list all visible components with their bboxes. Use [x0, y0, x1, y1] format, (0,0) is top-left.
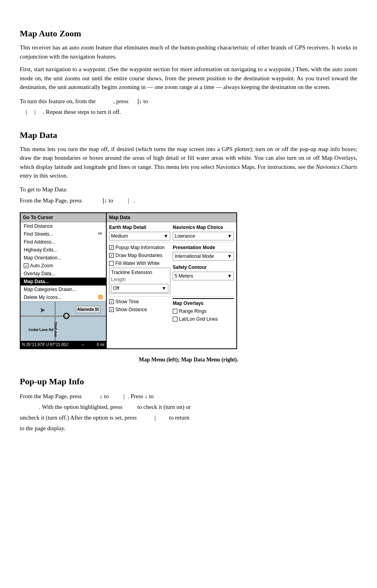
map-auto-zoom-title: Map Auto Zoom — [20, 27, 357, 40]
trackline-select[interactable]: Off ▼ — [111, 284, 168, 293]
trackline-box: Trackline Extension Length Off ▼ — [109, 268, 170, 294]
safety-contour-label: Safety Contour — [173, 264, 234, 271]
map-data-title: Map Data — [20, 129, 357, 142]
map-arrow: ↔ — [81, 342, 85, 348]
map-data-para1: This menu lets you turn the map off, if … — [20, 145, 357, 180]
auto-zoom-checkbox[interactable]: ✓ — [24, 263, 28, 268]
row-checkboxes-presentation: ✓ Popup Map Information ✓ Draw Map Bound… — [109, 244, 234, 295]
divider-1 — [109, 242, 234, 242]
menu-item-overlay-data[interactable]: Overlay Data... — [21, 270, 106, 278]
trackline-value: Off — [113, 285, 119, 292]
navionics-label: Navionics Map Choice — [173, 224, 234, 231]
row-earth-navionics: Earth Map Detail Medium ▼ Navionics Map … — [109, 224, 234, 240]
show-distance-checkbox[interactable]: ✓ — [109, 307, 114, 312]
range-rings-label: Range Rings — [179, 308, 206, 315]
lat-lon-label: Lat/Lon Grid Lines — [179, 316, 218, 323]
earth-map-detail-select[interactable]: Medium ▼ — [109, 232, 170, 240]
divider-2 — [109, 296, 234, 297]
show-time-checkbox[interactable]: ✓ — [109, 299, 114, 304]
map-route-icon: ➤ — [40, 305, 45, 316]
draw-map-checkbox[interactable]: ✓ — [109, 253, 114, 258]
map-auto-zoom-para1: This receiver has an auto zoom feature t… — [20, 43, 357, 61]
map-auto-zoom-section: Map Auto Zoom This receiver has an auto … — [20, 27, 357, 117]
map-bottom-bar: N 35°11.979' U 97°21.851' ↔ 6 mi — [21, 341, 106, 348]
navionics-col: Navionics Map Choice Lowrance ▼ — [173, 224, 234, 240]
right-panel-body: Earth Map Detail Medium ▼ Navionics Map … — [107, 222, 236, 324]
presentation-value: International Mode — [175, 253, 214, 260]
presentation-arrow: ▼ — [227, 253, 232, 260]
map-ui-panels: Go To Cursor Find Distance Find Streets.… — [20, 212, 357, 349]
earth-map-detail-col: Earth Map Detail Medium ▼ — [109, 224, 170, 240]
range-rings-row: Range Rings — [173, 308, 234, 315]
menu-item-highway-exits[interactable]: Highway Exits... — [21, 246, 106, 254]
map-coords: N 35°11.979' U 97°21.851' — [22, 342, 69, 348]
trackline-label: Trackline Extension — [111, 269, 168, 276]
figure-caption: Map Menu (left); Map Data Menu (right). — [20, 355, 357, 364]
safety-contour-arrow: ▼ — [227, 272, 232, 280]
earth-map-detail-label: Earth Map Detail — [109, 224, 170, 231]
show-time-row: ✓ Show Time — [109, 298, 170, 305]
map-image-area: Alameda St 72nd Ave 9 Cedar'Lane Rd ➤ — [21, 301, 106, 341]
trackline-sub-label: Length — [111, 276, 168, 283]
popup-map-info-section: Pop-up Map Info From the Map Page, press… — [20, 375, 357, 434]
instruction-post: | | . Repeat these steps to turn it off. — [20, 109, 121, 115]
menu-item-find-distance[interactable]: Find Distance — [21, 222, 106, 230]
trackline-arrow: ▼ — [162, 285, 166, 292]
range-rings-checkbox[interactable] — [173, 309, 177, 314]
popup-instruction-block: From the Map Page, press ↓ to | . Press … — [20, 391, 357, 434]
row-show-overlays: ✓ Show Time ✓ Show Distance Map Overla — [109, 298, 234, 323]
safety-contour-value: 5 Meters — [175, 272, 193, 280]
map-overlays-label: Map Overlays — [173, 298, 234, 307]
map-data-instruction: To get to Map Data: From the Map Page, p… — [20, 184, 357, 206]
checkboxes-col: ✓ Popup Map Information ✓ Draw Map Bound… — [109, 244, 170, 295]
popup-instruction-lines: From the Map Page, press ↓ to | . Press … — [20, 391, 357, 434]
map-auto-zoom-para2: First, start navigation to a waypoint. (… — [20, 65, 357, 92]
map-label-cedar: Cedar'Lane Rd — [28, 327, 53, 333]
popup-map-row: ✓ Popup Map Information — [109, 244, 170, 251]
lat-lon-row: Lat/Lon Grid Lines — [173, 316, 234, 323]
presentation-select[interactable]: International Mode ▼ — [173, 252, 234, 261]
map-scale: 6 mi — [97, 342, 104, 348]
menu-item-map-orientation[interactable]: Map Orientation... — [21, 254, 106, 262]
fill-water-row: Fill Water With White — [109, 260, 170, 267]
menu-item-find-streets[interactable]: Find Streets... 🗺 — [21, 230, 106, 238]
navionics-arrow: ▼ — [227, 233, 232, 240]
menu-item-auto-zoom[interactable]: ✓ Auto Zoom — [21, 262, 106, 270]
popup-map-info-title: Pop-up Map Info — [20, 375, 357, 388]
map-label-72nd: 72nd Ave — [53, 321, 58, 337]
map-circle-marker: 9 — [63, 313, 70, 319]
right-panel-title: Map Data — [107, 213, 236, 222]
map-label-alameda: Alameda St — [76, 306, 100, 313]
popup-map-label: Popup Map Information — [115, 244, 165, 251]
fill-water-label: Fill Water With White — [115, 260, 160, 267]
map-right-panel: Map Data Earth Map Detail Medium ▼ Navio… — [107, 212, 237, 349]
menu-item-map-data[interactable]: Map Data... — [21, 278, 106, 285]
popup-map-checkbox[interactable]: ✓ — [109, 245, 114, 250]
draw-map-label: Draw Map Boundaries — [115, 252, 162, 259]
navionics-value: Lowrance — [175, 233, 195, 240]
map-data-section: Map Data This menu lets you turn the map… — [20, 129, 357, 364]
fill-water-checkbox[interactable] — [109, 261, 114, 266]
navionics-select[interactable]: Lowrance ▼ — [173, 232, 234, 240]
show-distance-row: ✓ Show Distance — [109, 306, 170, 313]
auto-zoom-instruction: To turn this feature on, from the , pres… — [20, 96, 357, 117]
menu-item-delete-icons[interactable]: Delete My Icons... 📶 — [21, 293, 106, 301]
menu-item-map-categories[interactable]: Map Categories Drawn... — [21, 285, 106, 293]
map-left-panel: Go To Cursor Find Distance Find Streets.… — [20, 212, 107, 349]
earth-map-detail-arrow: ▼ — [164, 233, 168, 240]
menu-item-find-address[interactable]: Find Address... — [21, 238, 106, 246]
earth-map-detail-value: Medium — [111, 233, 128, 240]
show-time-label: Show Time — [115, 298, 139, 305]
presentation-label: Presentation Mode — [173, 244, 234, 251]
lat-lon-checkbox[interactable] — [173, 317, 177, 321]
show-distance-label: Show Distance — [115, 306, 147, 313]
overlays-col: Map Overlays Range Rings Lat/Lon Grid Li… — [173, 298, 234, 323]
draw-map-row: ✓ Draw Map Boundaries — [109, 252, 170, 259]
show-col: ✓ Show Time ✓ Show Distance — [109, 298, 170, 323]
instruction-pre: To turn this feature on, from the , pres… — [20, 98, 148, 104]
left-panel-title: Go To Cursor — [21, 213, 106, 222]
presentation-col: Presentation Mode International Mode ▼ S… — [173, 244, 234, 295]
safety-contour-select[interactable]: 5 Meters ▼ — [173, 272, 234, 280]
